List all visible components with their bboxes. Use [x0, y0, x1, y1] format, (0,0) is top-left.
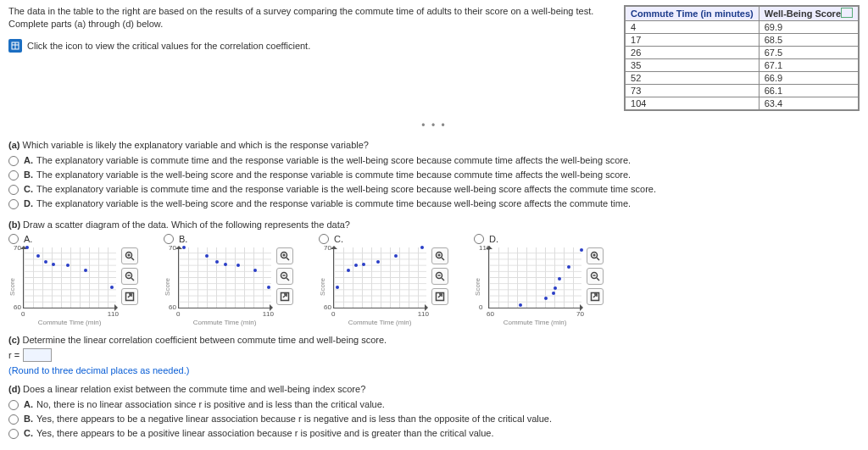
table-row: 2667.5 [626, 47, 859, 59]
y-axis-label: Score [319, 278, 326, 296]
scatter-plot-D: 11006070 [488, 247, 581, 308]
svg-line-31 [597, 258, 599, 260]
zoom-in-icon[interactable] [431, 247, 448, 264]
question-b: (b) Draw a scatter diagram of the data. … [8, 219, 860, 230]
table-row: 5266.9 [626, 72, 859, 85]
radio-a-B[interactable] [8, 170, 19, 181]
option-a-B[interactable]: B.The explanatory variable is the well-b… [8, 168, 860, 182]
y-axis-label: Score [164, 278, 171, 296]
x-axis-label: Commute Time (min) [348, 319, 412, 326]
popup-icon[interactable] [841, 8, 853, 18]
r-label: r = [8, 350, 19, 360]
svg-line-22 [442, 258, 444, 260]
radio-a-C[interactable] [8, 185, 19, 195]
table-header-score: Well-Being Score [759, 7, 858, 21]
radio-b-D[interactable] [474, 234, 484, 244]
question-d: (d) Does a linear relation exist between… [8, 384, 860, 394]
option-a-C[interactable]: C.The explanatory variable is commute ti… [8, 182, 860, 197]
table-row: 1768.5 [626, 34, 859, 47]
zoom-in-icon[interactable] [121, 247, 138, 264]
zoom-out-icon[interactable] [431, 268, 448, 285]
more-indicator[interactable]: • • • [8, 119, 860, 131]
radio-d-B[interactable] [8, 414, 19, 425]
y-axis-label: Score [8, 278, 16, 296]
option-a-A[interactable]: A.The explanatory variable is commute ti… [8, 153, 860, 168]
radio-b-C[interactable] [319, 234, 329, 244]
option-d-B[interactable]: B.Yes, there appears to be a negative li… [8, 412, 860, 426]
table-row: 469.9 [626, 21, 859, 34]
option-a-D[interactable]: D.The explanatory variable is the well-b… [8, 197, 860, 211]
table-header-commute: Commute Time (in minutes) [626, 7, 760, 21]
radio-a-D[interactable] [8, 199, 19, 209]
option-d-A[interactable]: A.No, there is no linear association sin… [8, 397, 860, 412]
svg-line-35 [597, 278, 599, 281]
svg-line-26 [442, 278, 444, 281]
zoom-in-icon[interactable] [276, 247, 293, 264]
r-input[interactable] [23, 348, 52, 362]
expand-icon[interactable] [587, 288, 604, 305]
radio-b-A[interactable] [8, 234, 19, 244]
svg-line-13 [287, 258, 289, 260]
svg-line-4 [131, 258, 134, 260]
scatter-plot-C: 70600110 [333, 247, 426, 308]
svg-line-8 [131, 278, 134, 281]
x-axis-label: Commute Time (min) [193, 319, 257, 326]
radio-b-B[interactable] [164, 234, 174, 244]
question-a: (a) Which variable is likely the explana… [8, 140, 860, 150]
option-d-C[interactable]: C.Yes, there appears to be a positive li… [8, 426, 860, 441]
radio-d-A[interactable] [8, 400, 19, 410]
zoom-in-icon[interactable] [587, 247, 604, 264]
table-row: 3567.1 [626, 59, 859, 72]
rounding-note: (Round to three decimal places as needed… [8, 365, 860, 375]
table-row: 10463.4 [626, 97, 859, 110]
radio-d-C[interactable] [8, 429, 19, 439]
intro-text: The data in the table to the right are b… [8, 5, 598, 31]
expand-icon[interactable] [431, 288, 448, 305]
zoom-out-icon[interactable] [587, 268, 604, 285]
question-c: (c) Determine the linear correlation coe… [8, 335, 860, 345]
expand-icon[interactable] [276, 288, 293, 305]
radio-a-A[interactable] [8, 156, 19, 166]
critical-values-label: Click the icon to view the critical valu… [27, 41, 310, 51]
expand-icon[interactable] [121, 288, 138, 305]
table-icon [8, 39, 22, 53]
scatter-plot-A: 70600110 [23, 247, 116, 308]
data-table: Commute Time (in minutes) Well-Being Sco… [624, 5, 860, 111]
zoom-out-icon[interactable] [121, 268, 138, 285]
zoom-out-icon[interactable] [276, 268, 293, 285]
x-axis-label: Commute Time (min) [504, 319, 567, 326]
scatter-plot-B: 70600110 [178, 247, 271, 308]
x-axis-label: Commute Time (min) [38, 319, 102, 326]
svg-line-17 [287, 278, 289, 281]
critical-values-link[interactable]: Click the icon to view the critical valu… [8, 39, 598, 53]
table-row: 7366.1 [626, 85, 859, 97]
y-axis-label: Score [474, 278, 481, 296]
